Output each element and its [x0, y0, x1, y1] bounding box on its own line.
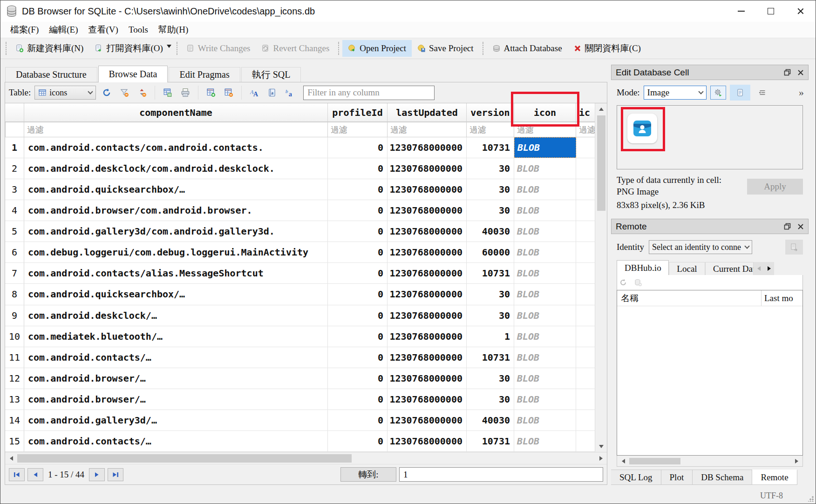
refresh-button[interactable] — [100, 86, 114, 100]
cell-version[interactable]: 30 — [467, 200, 514, 221]
resize-grip-icon[interactable] — [808, 496, 814, 502]
remote-horizontal-scrollbar[interactable] — [617, 456, 803, 467]
cell-lastUpdated[interactable]: 1230768000000 — [388, 263, 467, 283]
cell-version[interactable]: 40030 — [467, 221, 514, 242]
revert-changes-button[interactable]: Revert Changes — [256, 40, 335, 57]
save-project-button[interactable]: Save Project — [412, 40, 479, 57]
maximize-button[interactable] — [756, 0, 786, 22]
remote-clone-database-icon[interactable] — [634, 278, 642, 287]
remote-tab-current-database[interactable]: Current Dat — [705, 262, 754, 275]
row-number[interactable]: 11 — [5, 347, 24, 368]
menu-item[interactable]: 檔案(F) — [5, 23, 44, 37]
remote-tab-dbhub[interactable]: DBHub.io — [617, 260, 669, 275]
cell-componentName[interactable]: com.android.contacts/com.android.contact… — [24, 137, 328, 158]
cell-lastUpdated[interactable]: 1230768000000 — [388, 158, 467, 179]
cell-version[interactable]: 30 — [467, 158, 514, 179]
cell-profileId[interactable]: 0 — [328, 158, 388, 179]
apply-button[interactable]: Apply — [747, 179, 803, 195]
scroll-down-button[interactable] — [595, 441, 607, 452]
cell-profileId[interactable]: 0 — [328, 242, 388, 262]
goto-record-input[interactable] — [399, 467, 603, 482]
dock-tab[interactable]: DB Schema — [693, 470, 752, 485]
minimize-button[interactable] — [726, 0, 756, 22]
close-panel-icon[interactable] — [797, 223, 804, 230]
menu-item[interactable]: 查看(V) — [83, 23, 123, 37]
cell-version[interactable]: 30 — [467, 179, 514, 200]
vertical-scrollbar[interactable] — [595, 103, 607, 452]
row-number[interactable]: 13 — [5, 389, 24, 410]
previous-record-button[interactable] — [27, 468, 43, 481]
cell-lastUpdated[interactable]: 1230768000000 — [388, 137, 467, 158]
open-project-button[interactable]: Open Project — [342, 40, 412, 57]
remote-column-name[interactable]: 名稱 — [617, 290, 762, 306]
cell-componentName[interactable]: com.android.gallery3d/… — [24, 410, 328, 430]
scroll-left-button[interactable] — [5, 453, 17, 464]
cell-icon-blob[interactable]: BLOB — [514, 410, 576, 430]
cell-profileId[interactable]: 0 — [328, 368, 388, 389]
insert-record-button[interactable] — [204, 86, 218, 100]
row-number[interactable]: 9 — [5, 305, 24, 326]
cell-profileId[interactable]: 0 — [328, 263, 388, 283]
cell-lastUpdated[interactable]: 1230768000000 — [388, 389, 467, 410]
cell-profileId[interactable]: 0 — [328, 389, 388, 410]
cell-icon-blob[interactable]: BLOB — [514, 137, 576, 158]
cell-lastUpdated[interactable]: 1230768000000 — [388, 368, 467, 389]
cell-componentName[interactable]: com.android.browser/com.android.browser. — [24, 200, 328, 221]
row-number[interactable]: 5 — [5, 221, 24, 242]
cell-componentName[interactable]: com.android.contacts/alias.MessageShortc… — [24, 263, 328, 283]
filter-input-lastUpdated[interactable]: 過濾 — [388, 122, 467, 137]
cell-componentName[interactable]: com.android.contacts/… — [24, 431, 328, 451]
open-database-button[interactable]: 打開資料庫(O) — [89, 39, 168, 58]
cell-lastUpdated[interactable]: 1230768000000 — [388, 242, 467, 262]
cell-profileId[interactable]: 0 — [328, 221, 388, 242]
row-number[interactable]: 10 — [5, 326, 24, 347]
cell-lastUpdated[interactable]: 1230768000000 — [388, 284, 467, 304]
remote-scrollbar-thumb[interactable] — [629, 458, 680, 464]
cell-profileId[interactable]: 0 — [328, 305, 388, 326]
main-tab[interactable]: Edit Pragmas — [169, 67, 240, 82]
cell-profileId[interactable]: 0 — [328, 179, 388, 200]
cell-componentName[interactable]: com.android.browser/… — [24, 389, 328, 410]
cell-icon-blob[interactable]: BLOB — [514, 389, 576, 410]
identity-select[interactable]: Select an identity to conne — [649, 240, 752, 254]
cell-profileId[interactable]: 0 — [328, 284, 388, 304]
cell-lastUpdated[interactable]: 1230768000000 — [388, 410, 467, 430]
filter-any-column-input[interactable] — [303, 86, 435, 100]
cell-icon-blob[interactable]: BLOB — [514, 284, 576, 304]
cell-version[interactable]: 10731 — [467, 431, 514, 451]
cell-lastUpdated[interactable]: 1230768000000 — [388, 200, 467, 221]
cell-version[interactable]: 30 — [467, 305, 514, 326]
filter-input-profileId[interactable]: 過濾 — [328, 122, 388, 137]
cell-icon-blob[interactable]: BLOB — [514, 263, 576, 283]
import-data-button[interactable] — [710, 86, 726, 100]
cell-componentName[interactable]: com.mediatek.bluetooth/… — [24, 326, 328, 347]
cell-icon-blob[interactable]: BLOB — [514, 431, 576, 451]
cell-profileId[interactable]: 0 — [328, 431, 388, 451]
filter-input-icon[interactable]: 過濾 — [514, 122, 576, 137]
remote-refresh-icon[interactable] — [619, 278, 627, 287]
cell-componentName[interactable]: com.debug.loggerui/com.debug.loggerui.Ma… — [24, 242, 328, 262]
cell-lastUpdated[interactable]: 1230768000000 — [388, 179, 467, 200]
remote-tab-local[interactable]: Local — [669, 262, 705, 275]
word-wrap-button[interactable]: a — [265, 86, 279, 100]
cell-icon-blob[interactable]: BLOB — [514, 200, 576, 221]
cell-profileId[interactable]: 0 — [328, 347, 388, 368]
open-database-dropdown-arrow[interactable] — [167, 45, 171, 50]
cell-componentName[interactable]: com.android.gallery3d/com.android.galler… — [24, 221, 328, 242]
cell-lastUpdated[interactable]: 1230768000000 — [388, 326, 467, 347]
cell-icon-blob[interactable]: BLOB — [514, 368, 576, 389]
cell-profileId[interactable]: 0 — [328, 410, 388, 430]
main-tab[interactable]: Database Structure — [5, 67, 97, 82]
last-record-button[interactable] — [108, 468, 123, 481]
case-button[interactable]: ba — [283, 86, 297, 100]
remote-column-last-modified[interactable]: Last mo — [762, 290, 802, 306]
attach-database-button[interactable]: Attach Database — [487, 40, 568, 57]
cell-version[interactable]: 10731 — [467, 263, 514, 283]
cell-profileId[interactable]: 0 — [328, 326, 388, 347]
cell-icon-blob[interactable]: BLOB — [514, 305, 576, 326]
clear-filters-button[interactable] — [117, 86, 131, 100]
column-header-version[interactable]: version — [467, 103, 514, 121]
tab-scroll-left-button[interactable] — [754, 262, 764, 275]
cell-icon-blob[interactable]: BLOB — [514, 221, 576, 242]
scroll-right-button[interactable] — [595, 453, 607, 464]
